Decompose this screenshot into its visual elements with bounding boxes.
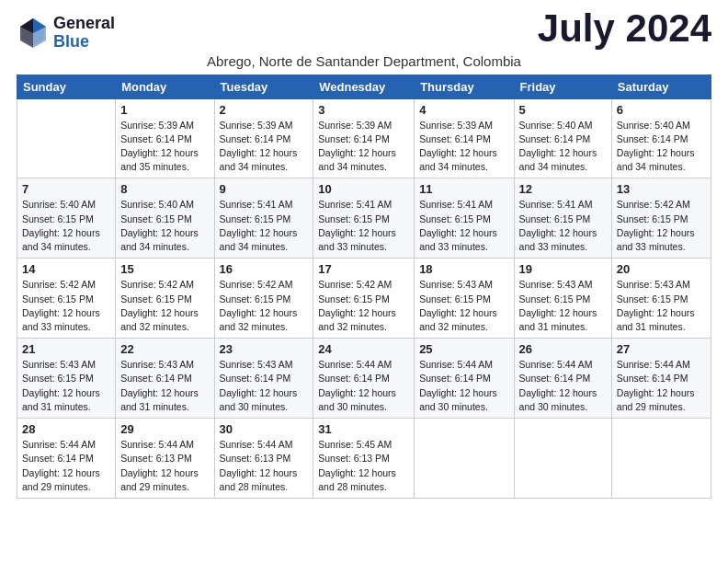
table-row: 24 Sunrise: 5:44 AMSunset: 6:14 PMDaylig… [313,339,415,419]
table-row [514,419,611,499]
logo-icon [17,17,50,50]
table-row [611,419,711,499]
day-number: 9 [220,182,309,196]
day-number: 6 [617,103,706,117]
table-row: 2 Sunrise: 5:39 AMSunset: 6:14 PMDayligh… [214,98,313,178]
logo: General Blue [17,15,115,52]
day-info: Sunrise: 5:42 AMSunset: 6:15 PMDaylight:… [220,279,298,332]
day-info: Sunrise: 5:44 AMSunset: 6:14 PMDaylight:… [318,359,396,412]
table-row: 4 Sunrise: 5:39 AMSunset: 6:14 PMDayligh… [415,98,514,178]
day-info: Sunrise: 5:44 AMSunset: 6:13 PMDaylight:… [120,439,199,492]
day-number: 24 [318,342,409,356]
day-info: Sunrise: 5:39 AMSunset: 6:14 PMDaylight:… [419,120,497,173]
day-number: 19 [519,262,607,276]
table-row: 31 Sunrise: 5:45 AMSunset: 6:13 PMDaylig… [313,419,415,499]
day-number: 28 [22,422,110,436]
table-row: 23 Sunrise: 5:43 AMSunset: 6:14 PMDaylig… [214,339,313,419]
table-row: 25 Sunrise: 5:44 AMSunset: 6:14 PMDaylig… [415,339,514,419]
day-info: Sunrise: 5:44 AMSunset: 6:13 PMDaylight:… [220,439,298,492]
day-number: 10 [318,182,409,196]
day-number: 25 [419,342,508,356]
day-info: Sunrise: 5:44 AMSunset: 6:14 PMDaylight:… [22,439,100,492]
day-number: 29 [120,422,209,436]
calendar-week-row: 7 Sunrise: 5:40 AMSunset: 6:15 PMDayligh… [17,178,711,259]
table-row: 13 Sunrise: 5:42 AMSunset: 6:15 PMDaylig… [611,178,711,259]
table-row: 7 Sunrise: 5:40 AMSunset: 6:15 PMDayligh… [17,178,116,259]
col-saturday: Saturday [611,75,711,98]
table-row: 10 Sunrise: 5:41 AMSunset: 6:15 PMDaylig… [313,178,415,259]
table-row: 27 Sunrise: 5:44 AMSunset: 6:14 PMDaylig… [611,339,711,419]
day-number: 2 [220,103,309,117]
day-number: 5 [519,103,607,117]
day-number: 8 [120,182,209,196]
day-info: Sunrise: 5:41 AMSunset: 6:15 PMDaylight:… [519,199,597,252]
calendar-header-row: Sunday Monday Tuesday Wednesday Thursday… [17,75,711,98]
day-info: Sunrise: 5:42 AMSunset: 6:15 PMDaylight:… [617,199,695,252]
day-info: Sunrise: 5:40 AMSunset: 6:14 PMDaylight:… [519,120,597,173]
day-info: Sunrise: 5:44 AMSunset: 6:14 PMDaylight:… [617,359,695,412]
day-number: 17 [318,262,409,276]
day-number: 4 [419,103,508,117]
day-info: Sunrise: 5:39 AMSunset: 6:14 PMDaylight:… [120,120,199,173]
day-info: Sunrise: 5:41 AMSunset: 6:15 PMDaylight:… [318,199,396,252]
day-number: 1 [120,103,209,117]
table-row: 5 Sunrise: 5:40 AMSunset: 6:14 PMDayligh… [514,98,611,178]
day-info: Sunrise: 5:42 AMSunset: 6:15 PMDaylight:… [318,279,396,332]
day-number: 18 [419,262,508,276]
table-row: 1 Sunrise: 5:39 AMSunset: 6:14 PMDayligh… [116,98,214,178]
table-row: 18 Sunrise: 5:43 AMSunset: 6:15 PMDaylig… [415,259,514,339]
day-number: 13 [617,182,706,196]
day-info: Sunrise: 5:41 AMSunset: 6:15 PMDaylight:… [220,199,298,252]
calendar-week-row: 28 Sunrise: 5:44 AMSunset: 6:14 PMDaylig… [17,419,711,499]
calendar-page: General Blue July 2024 Abrego, Norte de … [0,0,728,508]
day-info: Sunrise: 5:39 AMSunset: 6:14 PMDaylight:… [318,120,396,173]
day-info: Sunrise: 5:45 AMSunset: 6:13 PMDaylight:… [318,439,396,492]
day-number: 11 [419,182,508,196]
calendar-week-row: 1 Sunrise: 5:39 AMSunset: 6:14 PMDayligh… [17,98,711,178]
table-row: 26 Sunrise: 5:44 AMSunset: 6:14 PMDaylig… [514,339,611,419]
month-title: July 2024 [538,9,711,48]
table-row: 8 Sunrise: 5:40 AMSunset: 6:15 PMDayligh… [116,178,214,259]
table-row: 21 Sunrise: 5:43 AMSunset: 6:15 PMDaylig… [17,339,116,419]
day-info: Sunrise: 5:43 AMSunset: 6:15 PMDaylight:… [519,279,597,332]
logo-blue-text: Blue [53,33,115,52]
table-row: 30 Sunrise: 5:44 AMSunset: 6:13 PMDaylig… [214,419,313,499]
day-info: Sunrise: 5:44 AMSunset: 6:14 PMDaylight:… [519,359,597,412]
day-info: Sunrise: 5:42 AMSunset: 6:15 PMDaylight:… [120,279,199,332]
day-info: Sunrise: 5:40 AMSunset: 6:14 PMDaylight:… [617,120,695,173]
day-number: 12 [519,182,607,196]
day-info: Sunrise: 5:43 AMSunset: 6:14 PMDaylight:… [220,359,298,412]
calendar-week-row: 21 Sunrise: 5:43 AMSunset: 6:15 PMDaylig… [17,339,711,419]
table-row: 16 Sunrise: 5:42 AMSunset: 6:15 PMDaylig… [214,259,313,339]
day-info: Sunrise: 5:39 AMSunset: 6:14 PMDaylight:… [220,120,298,173]
day-number: 21 [22,342,110,356]
table-row: 6 Sunrise: 5:40 AMSunset: 6:14 PMDayligh… [611,98,711,178]
table-row: 11 Sunrise: 5:41 AMSunset: 6:15 PMDaylig… [415,178,514,259]
col-wednesday: Wednesday [313,75,415,98]
day-number: 16 [220,262,309,276]
day-info: Sunrise: 5:43 AMSunset: 6:14 PMDaylight:… [120,359,199,412]
table-row: 3 Sunrise: 5:39 AMSunset: 6:14 PMDayligh… [313,98,415,178]
subtitle: Abrego, Norte de Santander Department, C… [17,53,711,69]
table-row [17,98,116,178]
col-tuesday: Tuesday [214,75,313,98]
table-row: 29 Sunrise: 5:44 AMSunset: 6:13 PMDaylig… [116,419,214,499]
table-row: 28 Sunrise: 5:44 AMSunset: 6:14 PMDaylig… [17,419,116,499]
day-number: 7 [22,182,110,196]
header: General Blue July 2024 [17,9,711,52]
day-info: Sunrise: 5:43 AMSunset: 6:15 PMDaylight:… [419,279,497,332]
day-info: Sunrise: 5:40 AMSunset: 6:15 PMDaylight:… [22,199,100,252]
day-number: 27 [617,342,706,356]
day-number: 3 [318,103,409,117]
day-info: Sunrise: 5:42 AMSunset: 6:15 PMDaylight:… [22,279,100,332]
table-row: 12 Sunrise: 5:41 AMSunset: 6:15 PMDaylig… [514,178,611,259]
table-row: 22 Sunrise: 5:43 AMSunset: 6:14 PMDaylig… [116,339,214,419]
col-friday: Friday [514,75,611,98]
calendar-week-row: 14 Sunrise: 5:42 AMSunset: 6:15 PMDaylig… [17,259,711,339]
day-info: Sunrise: 5:41 AMSunset: 6:15 PMDaylight:… [419,199,497,252]
col-thursday: Thursday [415,75,514,98]
logo-general-text: General [53,15,115,33]
day-info: Sunrise: 5:40 AMSunset: 6:15 PMDaylight:… [120,199,199,252]
day-number: 31 [318,422,409,436]
col-sunday: Sunday [17,75,116,98]
